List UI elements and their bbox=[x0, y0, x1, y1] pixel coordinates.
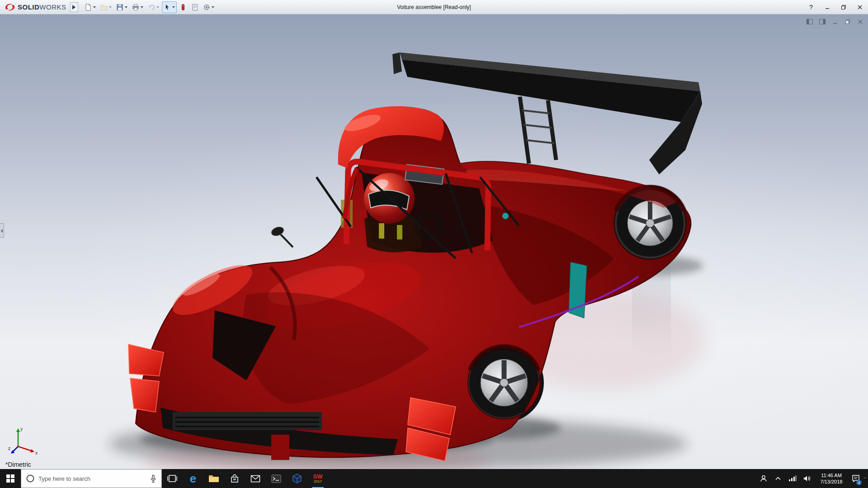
solidworks-taskbar-button[interactable]: SW 2017 bbox=[307, 469, 328, 488]
print-button[interactable] bbox=[130, 1, 145, 13]
network-button[interactable] bbox=[786, 469, 799, 488]
select-cursor-icon bbox=[164, 4, 171, 11]
minimize-document-icon[interactable] bbox=[831, 18, 839, 25]
file-explorer-icon bbox=[208, 474, 219, 483]
file-explorer-button[interactable] bbox=[203, 469, 224, 488]
new-document-icon bbox=[85, 4, 92, 11]
taskbar-clock[interactable]: 11:46 AM 7/13/2018 bbox=[815, 472, 848, 485]
orientation-triad: y x z bbox=[8, 427, 40, 457]
triad-z-label: z bbox=[8, 446, 10, 451]
dropdown-caret-icon bbox=[125, 6, 127, 8]
taskbar: e bbox=[0, 469, 868, 488]
undo-arrow-icon bbox=[148, 4, 155, 11]
pin-left-icon[interactable] bbox=[806, 18, 814, 25]
rebuild-stoplight-icon bbox=[179, 4, 187, 11]
brand-solid: SOLID bbox=[18, 3, 39, 11]
feature-panel-handle[interactable] bbox=[0, 223, 4, 238]
file-properties-button[interactable] bbox=[189, 1, 200, 13]
close-icon bbox=[857, 5, 863, 10]
windows-logo-icon bbox=[6, 474, 14, 483]
minimize-button[interactable] bbox=[819, 0, 835, 14]
open-button[interactable] bbox=[99, 1, 113, 13]
mail-icon bbox=[250, 475, 260, 483]
race-car-body[interactable] bbox=[128, 106, 691, 461]
help-button[interactable]: ? bbox=[803, 0, 819, 14]
system-tray: 11:46 AM 7/13/2018 4 bbox=[757, 469, 868, 488]
clock-date: 7/13/2018 bbox=[815, 479, 848, 485]
options-button[interactable] bbox=[201, 1, 216, 13]
edge-button[interactable]: e bbox=[183, 469, 203, 488]
dropdown-caret-icon bbox=[141, 6, 143, 8]
toolbar-expand-button[interactable] bbox=[70, 2, 78, 12]
blue-cube-icon bbox=[292, 474, 302, 483]
close-document-icon[interactable] bbox=[856, 18, 864, 25]
new-document-button[interactable] bbox=[83, 1, 98, 13]
dropdown-caret-icon bbox=[109, 6, 112, 8]
dropdown-caret-icon bbox=[212, 6, 214, 8]
dropdown-caret-icon bbox=[172, 6, 175, 8]
taskbar-search[interactable] bbox=[21, 469, 162, 488]
titlebar: SOLIDWORKS bbox=[0, 0, 868, 14]
command-prompt-icon bbox=[271, 474, 281, 483]
triad-y-label: y bbox=[20, 427, 23, 432]
solidworks-app-icon: SW 2017 bbox=[313, 474, 323, 483]
save-floppy-icon bbox=[116, 4, 123, 11]
store-bag-icon bbox=[230, 474, 239, 483]
mail-button[interactable] bbox=[245, 469, 266, 488]
network-icon bbox=[788, 475, 797, 482]
rebuild-button[interactable] bbox=[178, 1, 189, 13]
file-properties-icon bbox=[191, 4, 198, 11]
cortana-icon bbox=[26, 474, 35, 483]
dropdown-caret-icon bbox=[93, 6, 96, 8]
start-button[interactable] bbox=[0, 469, 21, 488]
restore-document-icon[interactable] bbox=[844, 18, 852, 25]
microphone-icon[interactable] bbox=[150, 474, 157, 483]
notification-badge: 4 bbox=[856, 480, 862, 485]
race-car-scene[interactable] bbox=[0, 14, 868, 469]
ds-logo-icon bbox=[5, 3, 15, 12]
screen: SOLIDWORKS bbox=[0, 0, 868, 488]
restore-button[interactable] bbox=[835, 0, 852, 14]
store-button[interactable] bbox=[224, 469, 245, 488]
document-title: Voiture assemblee [Read-only] bbox=[397, 0, 471, 14]
task-view-button[interactable] bbox=[162, 469, 183, 488]
triad-x-label: x bbox=[35, 450, 38, 455]
restore-icon bbox=[841, 5, 846, 10]
brand-text: SOLIDWORKS bbox=[18, 3, 66, 11]
solidworks-brand: SOLIDWORKS bbox=[0, 3, 70, 12]
pin-right-icon[interactable] bbox=[818, 18, 826, 25]
window-controls: ? bbox=[803, 0, 868, 14]
close-button[interactable] bbox=[852, 0, 868, 14]
task-view-icon bbox=[167, 474, 177, 483]
play-arrow-icon bbox=[72, 5, 75, 9]
quick-access-toolbar bbox=[83, 1, 216, 13]
chevron-up-icon bbox=[775, 476, 781, 481]
edge-icon: e bbox=[190, 473, 196, 484]
hidden-icons-button[interactable] bbox=[772, 469, 784, 488]
gear-icon bbox=[203, 4, 210, 11]
show-desktop-button[interactable] bbox=[864, 478, 867, 479]
brand-works: WORKS bbox=[39, 3, 66, 11]
people-icon bbox=[760, 474, 768, 483]
save-button[interactable] bbox=[114, 1, 129, 13]
dropdown-caret-icon bbox=[156, 6, 159, 8]
select-button[interactable] bbox=[162, 1, 177, 13]
cube-app-button[interactable] bbox=[287, 469, 307, 488]
wing-struts bbox=[520, 97, 556, 164]
document-window-controls bbox=[806, 18, 864, 25]
undo-button[interactable] bbox=[146, 1, 161, 13]
print-icon bbox=[132, 4, 139, 11]
search-input[interactable] bbox=[38, 475, 146, 482]
view-orientation-label: *Dimetric bbox=[5, 461, 31, 468]
volume-icon bbox=[803, 475, 811, 482]
action-center-button[interactable]: 4 bbox=[849, 469, 862, 488]
minimize-icon bbox=[825, 5, 830, 10]
open-folder-icon bbox=[100, 4, 108, 11]
clock-time: 11:46 AM bbox=[815, 472, 848, 479]
command-prompt-button[interactable] bbox=[266, 469, 287, 488]
volume-button[interactable] bbox=[801, 469, 813, 488]
people-button[interactable] bbox=[757, 469, 770, 488]
viewport-3d[interactable]: y x z *Dimetric bbox=[0, 14, 868, 469]
